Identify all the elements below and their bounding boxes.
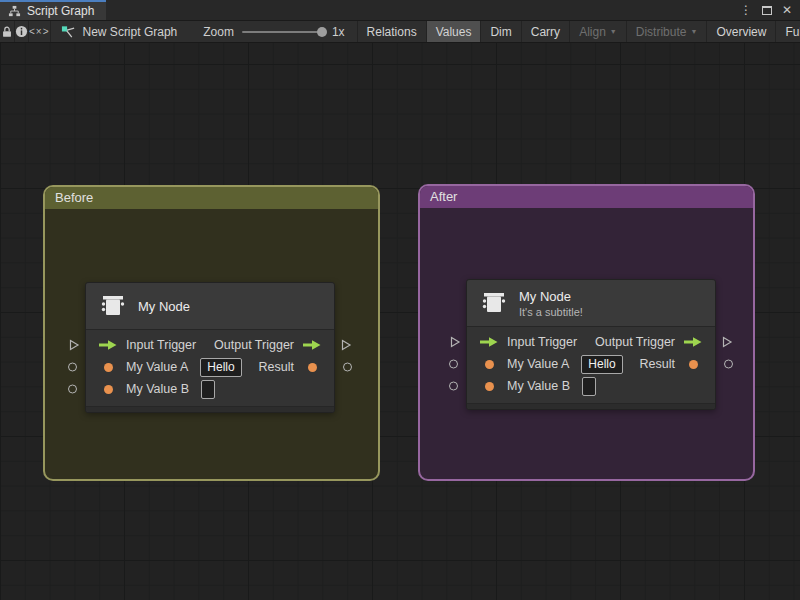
custom-node-icon [98, 291, 128, 321]
lock-icon [0, 25, 14, 39]
value-a-port-icon[interactable] [479, 360, 499, 369]
value-b-port-external[interactable] [449, 382, 458, 391]
group-before-header[interactable]: Before [45, 187, 378, 209]
info-icon [15, 25, 28, 38]
value-a-input[interactable]: Hello [581, 355, 622, 374]
tab-script-graph[interactable]: Script Graph [0, 0, 106, 20]
value-b-row: My Value B [86, 378, 334, 400]
node-body: Input Trigger Output Trigger My Value A [86, 330, 334, 406]
value-a-port-icon[interactable] [98, 363, 118, 372]
group-after-label: After [430, 189, 457, 204]
value-b-port-icon[interactable] [479, 382, 499, 391]
value-a-row: My Value A Hello Result [467, 353, 715, 375]
zoom-slider-knob[interactable] [317, 27, 327, 37]
info-button[interactable] [15, 21, 29, 42]
value-a-label: My Value A [507, 357, 569, 371]
title-bar: Script Graph ⋮ ✕ [0, 0, 800, 21]
chevron-down-icon: ▼ [690, 28, 697, 35]
input-trigger-port-external[interactable] [449, 336, 461, 348]
input-trigger-label: Input Trigger [126, 338, 196, 352]
value-a-port-external[interactable] [68, 363, 77, 372]
zoom-label: Zoom [203, 25, 234, 39]
window-menu-icon[interactable]: ⋮ [740, 4, 752, 16]
result-label: Result [259, 360, 294, 374]
graph-canvas[interactable]: Before After My Node [0, 43, 800, 600]
full-screen-button[interactable]: Full Screen [776, 21, 800, 42]
node-footer [86, 406, 334, 412]
value-b-port-external[interactable] [68, 385, 77, 394]
value-b-label: My Value B [507, 379, 570, 393]
output-trigger-port-icon[interactable] [683, 336, 703, 348]
output-trigger-port-external[interactable] [721, 336, 733, 348]
result-port-icon[interactable] [302, 363, 322, 372]
script-graph-icon [61, 24, 76, 39]
output-trigger-port-icon[interactable] [302, 339, 322, 351]
overview-button[interactable]: Overview [707, 21, 776, 42]
value-b-label: My Value B [126, 382, 189, 396]
toolbar-buttons: Relations Values Dim Carry Align ▼ Distr… [357, 21, 800, 42]
output-trigger-label: Output Trigger [214, 338, 294, 352]
node-subtitle: It's a subtitle! [519, 306, 583, 318]
input-trigger-port-external[interactable] [68, 339, 80, 351]
node-footer [467, 403, 715, 409]
titlebar-spacer [106, 0, 740, 20]
output-trigger-port-external[interactable] [340, 339, 352, 351]
chevron-down-icon: ▼ [610, 28, 617, 35]
group-after-header[interactable]: After [420, 186, 753, 208]
distribute-dropdown[interactable]: Distribute ▼ [627, 21, 708, 42]
zoom-control: Zoom 1x [203, 21, 344, 42]
zoom-slider[interactable] [242, 31, 324, 33]
value-b-input[interactable] [582, 377, 596, 396]
graph-toolbar: <×> New Script Graph Zoom 1x Relations V… [0, 21, 800, 43]
result-label: Result [640, 357, 675, 371]
result-port-external[interactable] [343, 363, 352, 372]
input-trigger-port-icon[interactable] [479, 336, 499, 348]
input-trigger-label: Input Trigger [507, 335, 577, 349]
relations-button[interactable]: Relations [358, 21, 427, 42]
zoom-value: 1x [332, 25, 345, 39]
graph-hierarchy-icon [8, 5, 21, 18]
value-b-input[interactable] [201, 380, 215, 399]
edit-source-button[interactable]: <×> [29, 21, 51, 42]
value-b-row: My Value B [467, 375, 715, 397]
trigger-row: Input Trigger Output Trigger [467, 331, 715, 353]
graph-name-section[interactable]: New Script Graph [61, 21, 178, 42]
node-header[interactable]: My Node It's a subtitle! [467, 280, 715, 327]
node-my-node-before[interactable]: My Node Input Trigger Output Trigger [85, 282, 335, 413]
result-port-external[interactable] [724, 360, 733, 369]
graph-name-label: New Script Graph [83, 25, 178, 39]
code-icon: <×> [29, 26, 50, 37]
close-icon[interactable]: ✕ [782, 4, 792, 16]
node-header[interactable]: My Node [86, 283, 334, 330]
node-my-node-after[interactable]: My Node It's a subtitle! Input Trigger O… [466, 279, 716, 410]
node-title: My Node [138, 299, 190, 314]
value-a-row: My Value A Hello Result [86, 356, 334, 378]
node-title: My Node [519, 289, 583, 304]
values-button[interactable]: Values [427, 21, 482, 42]
tab-title: Script Graph [27, 4, 94, 18]
result-port-icon[interactable] [683, 360, 703, 369]
value-a-input[interactable]: Hello [200, 358, 241, 377]
value-b-port-icon[interactable] [98, 385, 118, 394]
node-body: Input Trigger Output Trigger My Value A [467, 327, 715, 403]
lock-button[interactable] [0, 21, 15, 42]
dim-button[interactable]: Dim [481, 21, 521, 42]
value-a-port-external[interactable] [449, 360, 458, 369]
output-trigger-label: Output Trigger [595, 335, 675, 349]
group-before-label: Before [55, 190, 93, 205]
carry-button[interactable]: Carry [522, 21, 570, 42]
align-dropdown[interactable]: Align ▼ [570, 21, 627, 42]
trigger-row: Input Trigger Output Trigger [86, 334, 334, 356]
value-a-label: My Value A [126, 360, 188, 374]
custom-node-icon [479, 288, 509, 318]
maximize-icon[interactable] [762, 6, 772, 15]
input-trigger-port-icon[interactable] [98, 339, 118, 351]
